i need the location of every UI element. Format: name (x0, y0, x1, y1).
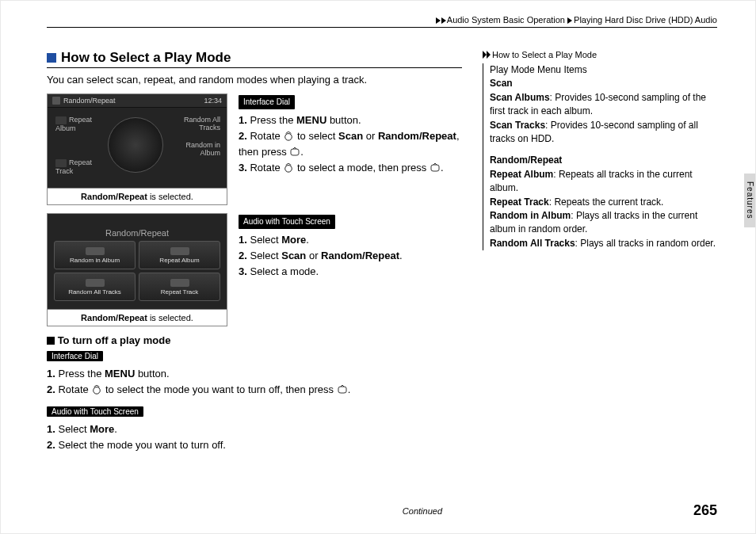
random-in-album-icon (86, 247, 105, 255)
screenshot-2-title: Random/Repeat (54, 228, 220, 238)
page-number: 265 (693, 502, 717, 519)
chevron-right-icon (567, 16, 574, 25)
screenshot-1-clock: 12:34 (204, 97, 222, 105)
svg-point-1 (285, 166, 292, 173)
intro-text: You can select scan, repeat, and random … (47, 73, 462, 87)
touch-step-1: 1. Select More. (239, 232, 462, 248)
side-column: How to Select a Play Mode Play Mode Menu… (483, 50, 717, 460)
repeat-track-icon (170, 279, 189, 287)
square-marker-icon (47, 53, 56, 63)
off-dial-steps: 1. Press the MENU button. 2. Rotate to s… (47, 366, 462, 398)
svg-point-0 (285, 133, 292, 140)
press-enter-icon (430, 162, 441, 171)
dial-step-1: 1. Press the MENU button. (239, 113, 462, 128)
screenshot-1-titlebar: Random/Repeat 12:34 (48, 94, 227, 108)
touch-step-2: 2. Select Scan or Random/Repeat. (239, 248, 462, 264)
section-title-row: How to Select a Play Mode (47, 50, 462, 68)
section-tab-features: Features (744, 174, 755, 227)
touch-step-3: 3. Select a mode. (239, 264, 462, 280)
rotate-dial-icon (91, 383, 102, 393)
continued-label: Continued (403, 506, 442, 516)
tile-random-in-album: Random in Album (54, 241, 136, 269)
dial-step-2: 2. Rotate to select Scan or Random/Repea… (239, 128, 462, 160)
screenshot-2-caption: Random/Repeat is selected. (47, 310, 227, 326)
side-p1: Play Mode Menu Items Scan Scan Albums: P… (490, 63, 717, 146)
main-column: How to Select a Play Mode You can select… (47, 50, 462, 460)
off-touch-step-1: 1. Select More. (47, 421, 462, 437)
off-touch-steps: 1. Select More. 2. Select the mode you w… (47, 421, 462, 453)
manual-page: Audio System Basic Operation Playing Har… (0, 0, 756, 534)
screenshot-1: Random/Repeat 12:34 Repeat Album Repeat … (47, 93, 227, 189)
press-enter-icon (289, 146, 300, 155)
breadcrumb: Audio System Basic Operation Playing Har… (47, 15, 717, 28)
tile-random-all-tracks: Random All Tracks (54, 273, 136, 301)
row-interface-dial: Random/Repeat 12:34 Repeat Album Repeat … (47, 93, 462, 205)
repeat-track-icon (55, 159, 67, 167)
double-chevron-icon (483, 51, 492, 60)
chevron-right-icon (436, 16, 447, 25)
svg-point-2 (94, 387, 101, 395)
tile-repeat-album: Repeat Album (139, 241, 220, 269)
rotate-dial-icon (283, 130, 294, 139)
rotate-dial-icon (283, 162, 294, 171)
side-panel: Play Mode Menu Items Scan Scan Albums: P… (483, 63, 717, 250)
repeat-album-icon (170, 247, 189, 255)
section-title: How to Select a Play Mode (61, 50, 231, 66)
off-touch-step-2: 2. Select the mode you want to turn off. (47, 437, 462, 453)
content-row: How to Select a Play Mode You can select… (47, 50, 717, 460)
pill-touch-2: Audio with Touch Screen (47, 406, 143, 417)
label-repeat-album: Repeat Album (55, 116, 103, 132)
press-enter-icon (337, 383, 348, 393)
screenshot-2-body: Random/Repeat Random in Album Repeat Alb… (54, 228, 220, 303)
music-icon (52, 97, 60, 105)
screenshot-1-caption: Random/Repeat is selected. (47, 189, 227, 205)
crumb-2: Playing Hard Disc Drive (HDD) Audio (574, 15, 717, 25)
tile-grid: Random in Album Repeat Album Random All … (54, 241, 220, 301)
screenshot-1-body: Repeat Album Repeat Track Random All Tra… (48, 108, 227, 187)
off-dial-step-1: 1. Press the MENU button. (47, 366, 462, 382)
random-all-icon (86, 279, 105, 287)
pill-touch: Audio with Touch Screen (239, 215, 335, 229)
repeat-album-icon (55, 116, 67, 124)
turn-off-heading: To turn off a play mode (47, 334, 462, 346)
off-dial-step-2: 2. Rotate to select the mode you want to… (47, 382, 462, 398)
screenshot-1-box: Random/Repeat 12:34 Repeat Album Repeat … (47, 93, 227, 205)
steps-touch: Audio with Touch Screen 1. Select More. … (239, 213, 462, 326)
tile-repeat-track: Repeat Track (139, 273, 220, 301)
screenshot-1-title: Random/Repeat (63, 97, 116, 105)
screenshot-2: Random/Repeat Random in Album Repeat Alb… (47, 213, 227, 310)
side-heading: How to Select a Play Mode (483, 50, 717, 60)
crumb-1: Audio System Basic Operation (447, 15, 565, 25)
row-touch-screen: Random/Repeat Random in Album Repeat Alb… (47, 213, 462, 326)
label-random-all: Random All Tracks (173, 116, 220, 132)
screenshot-2-box: Random/Repeat Random in Album Repeat Alb… (47, 213, 227, 326)
dial-step-3: 3. Rotate to select a mode, then press . (239, 160, 462, 176)
square-marker-icon (47, 337, 55, 345)
pill-interface-dial: Interface Dial (239, 95, 295, 109)
label-repeat-track: Repeat Track (55, 158, 103, 175)
pill-interface-dial-2: Interface Dial (47, 351, 103, 361)
label-random-in: Random in Album (173, 141, 220, 157)
steps-interface-dial: Interface Dial 1. Press the MENU button.… (239, 93, 462, 205)
dial-circle-icon (108, 117, 163, 173)
side-p2: Random/Repeat Repeat Album: Repeats all … (490, 154, 717, 250)
